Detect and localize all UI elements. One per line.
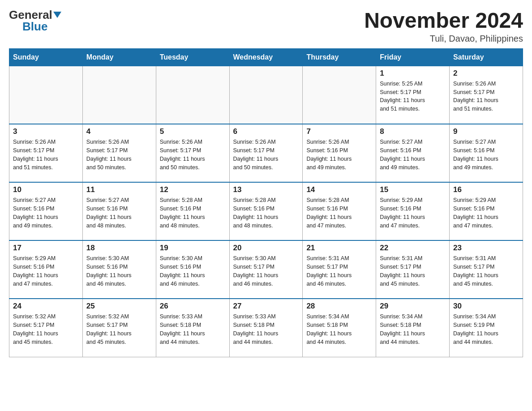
day-number: 9	[453, 127, 519, 136]
day-info: Sunrise: 5:34 AMSunset: 5:18 PMDaylight:…	[306, 313, 372, 346]
day-number: 1	[380, 69, 446, 78]
calendar-cell: 23Sunrise: 5:31 AMSunset: 5:17 PMDayligh…	[450, 240, 523, 299]
day-number: 29	[380, 302, 446, 311]
day-info: Sunrise: 5:27 AMSunset: 5:16 PMDaylight:…	[380, 138, 446, 171]
calendar-cell: 30Sunrise: 5:34 AMSunset: 5:19 PMDayligh…	[450, 299, 523, 357]
page-header: General Blue November 2024 Tuli, Davao, …	[9, 9, 523, 44]
calendar-header-row: SundayMondayTuesdayWednesdayThursdayFrid…	[9, 48, 523, 66]
calendar-cell: 12Sunrise: 5:28 AMSunset: 5:16 PMDayligh…	[156, 182, 229, 240]
day-info: Sunrise: 5:29 AMSunset: 5:16 PMDaylight:…	[13, 254, 79, 288]
calendar-col-saturday: Saturday	[450, 48, 523, 66]
day-number: 19	[160, 244, 226, 253]
day-number: 4	[86, 127, 152, 136]
calendar-cell: 11Sunrise: 5:27 AMSunset: 5:16 PMDayligh…	[82, 182, 156, 240]
calendar-col-monday: Monday	[82, 48, 156, 66]
day-number: 10	[13, 185, 79, 194]
day-info: Sunrise: 5:32 AMSunset: 5:17 PMDaylight:…	[13, 313, 79, 346]
day-number: 26	[160, 302, 226, 311]
day-info: Sunrise: 5:30 AMSunset: 5:16 PMDaylight:…	[86, 254, 152, 288]
day-number: 5	[160, 127, 226, 136]
calendar-cell: 8Sunrise: 5:27 AMSunset: 5:16 PMDaylight…	[376, 124, 450, 182]
day-info: Sunrise: 5:31 AMSunset: 5:17 PMDaylight:…	[380, 254, 446, 288]
location-text: Tuli, Davao, Philippines	[364, 34, 523, 44]
day-number: 16	[453, 185, 519, 194]
calendar-col-friday: Friday	[376, 48, 450, 66]
day-info: Sunrise: 5:27 AMSunset: 5:16 PMDaylight:…	[13, 196, 79, 230]
calendar-cell	[82, 66, 156, 124]
calendar-cell: 9Sunrise: 5:27 AMSunset: 5:16 PMDaylight…	[450, 124, 523, 182]
day-info: Sunrise: 5:33 AMSunset: 5:18 PMDaylight:…	[160, 313, 226, 346]
day-info: Sunrise: 5:26 AMSunset: 5:17 PMDaylight:…	[86, 138, 152, 171]
calendar-cell	[9, 66, 83, 124]
calendar-week-row: 10Sunrise: 5:27 AMSunset: 5:16 PMDayligh…	[9, 182, 523, 240]
logo-top-row: General	[9, 9, 61, 21]
calendar-cell: 25Sunrise: 5:32 AMSunset: 5:17 PMDayligh…	[82, 299, 156, 357]
day-number: 15	[380, 185, 446, 194]
day-info: Sunrise: 5:26 AMSunset: 5:17 PMDaylight:…	[13, 138, 79, 171]
calendar-cell: 5Sunrise: 5:26 AMSunset: 5:17 PMDaylight…	[156, 124, 229, 182]
calendar-cell: 28Sunrise: 5:34 AMSunset: 5:18 PMDayligh…	[303, 299, 376, 357]
calendar-cell: 13Sunrise: 5:28 AMSunset: 5:16 PMDayligh…	[229, 182, 303, 240]
calendar-cell: 3Sunrise: 5:26 AMSunset: 5:17 PMDaylight…	[9, 124, 83, 182]
calendar-col-sunday: Sunday	[9, 48, 83, 66]
day-number: 13	[233, 185, 299, 194]
calendar-cell: 17Sunrise: 5:29 AMSunset: 5:16 PMDayligh…	[9, 240, 83, 299]
day-number: 28	[306, 302, 372, 311]
day-number: 18	[86, 244, 152, 253]
calendar-cell: 27Sunrise: 5:33 AMSunset: 5:18 PMDayligh…	[229, 299, 303, 357]
calendar-cell: 14Sunrise: 5:28 AMSunset: 5:16 PMDayligh…	[303, 182, 376, 240]
calendar-cell: 10Sunrise: 5:27 AMSunset: 5:16 PMDayligh…	[9, 182, 83, 240]
calendar-cell: 7Sunrise: 5:26 AMSunset: 5:16 PMDaylight…	[303, 124, 376, 182]
day-number: 7	[306, 127, 372, 136]
day-number: 20	[233, 244, 299, 253]
day-number: 24	[13, 302, 79, 311]
day-number: 27	[233, 302, 299, 311]
day-info: Sunrise: 5:26 AMSunset: 5:17 PMDaylight:…	[233, 138, 299, 171]
calendar-cell: 2Sunrise: 5:26 AMSunset: 5:17 PMDaylight…	[450, 66, 523, 124]
day-info: Sunrise: 5:26 AMSunset: 5:17 PMDaylight:…	[160, 138, 226, 171]
calendar-week-row: 1Sunrise: 5:25 AMSunset: 5:17 PMDaylight…	[9, 66, 523, 124]
calendar-table: SundayMondayTuesdayWednesdayThursdayFrid…	[9, 48, 523, 357]
day-info: Sunrise: 5:28 AMSunset: 5:16 PMDaylight:…	[160, 196, 226, 230]
day-info: Sunrise: 5:29 AMSunset: 5:16 PMDaylight:…	[380, 196, 446, 230]
day-number: 23	[453, 244, 519, 253]
day-number: 14	[306, 185, 372, 194]
calendar-cell	[156, 66, 229, 124]
calendar-cell: 29Sunrise: 5:34 AMSunset: 5:18 PMDayligh…	[376, 299, 450, 357]
logo: General Blue	[9, 9, 61, 32]
day-info: Sunrise: 5:27 AMSunset: 5:16 PMDaylight:…	[86, 196, 152, 230]
logo-triangle-icon	[53, 12, 61, 18]
day-info: Sunrise: 5:30 AMSunset: 5:16 PMDaylight:…	[160, 254, 226, 288]
day-number: 3	[13, 127, 79, 136]
day-number: 12	[160, 185, 226, 194]
day-number: 8	[380, 127, 446, 136]
day-info: Sunrise: 5:25 AMSunset: 5:17 PMDaylight:…	[380, 80, 446, 113]
calendar-cell: 21Sunrise: 5:31 AMSunset: 5:17 PMDayligh…	[303, 240, 376, 299]
calendar-cell: 16Sunrise: 5:29 AMSunset: 5:16 PMDayligh…	[450, 182, 523, 240]
day-info: Sunrise: 5:30 AMSunset: 5:17 PMDaylight:…	[233, 254, 299, 288]
title-block: November 2024 Tuli, Davao, Philippines	[364, 9, 523, 44]
day-number: 11	[86, 185, 152, 194]
logo-bottom-row: Blue	[9, 21, 47, 32]
day-info: Sunrise: 5:28 AMSunset: 5:16 PMDaylight:…	[306, 196, 372, 230]
day-number: 6	[233, 127, 299, 136]
calendar-cell: 19Sunrise: 5:30 AMSunset: 5:16 PMDayligh…	[156, 240, 229, 299]
day-info: Sunrise: 5:33 AMSunset: 5:18 PMDaylight:…	[233, 313, 299, 346]
calendar-cell: 26Sunrise: 5:33 AMSunset: 5:18 PMDayligh…	[156, 299, 229, 357]
calendar-cell	[229, 66, 303, 124]
day-number: 21	[306, 244, 372, 253]
calendar-cell: 24Sunrise: 5:32 AMSunset: 5:17 PMDayligh…	[9, 299, 83, 357]
day-info: Sunrise: 5:29 AMSunset: 5:16 PMDaylight:…	[453, 196, 519, 230]
day-number: 2	[453, 69, 519, 78]
calendar-col-wednesday: Wednesday	[229, 48, 303, 66]
calendar-cell: 6Sunrise: 5:26 AMSunset: 5:17 PMDaylight…	[229, 124, 303, 182]
day-number: 17	[13, 244, 79, 253]
calendar-cell: 1Sunrise: 5:25 AMSunset: 5:17 PMDaylight…	[376, 66, 450, 124]
day-info: Sunrise: 5:32 AMSunset: 5:17 PMDaylight:…	[86, 313, 152, 346]
calendar-cell: 18Sunrise: 5:30 AMSunset: 5:16 PMDayligh…	[82, 240, 156, 299]
day-number: 25	[86, 302, 152, 311]
calendar-week-row: 24Sunrise: 5:32 AMSunset: 5:17 PMDayligh…	[9, 299, 523, 357]
calendar-col-tuesday: Tuesday	[156, 48, 229, 66]
calendar-col-thursday: Thursday	[303, 48, 376, 66]
calendar-cell	[303, 66, 376, 124]
